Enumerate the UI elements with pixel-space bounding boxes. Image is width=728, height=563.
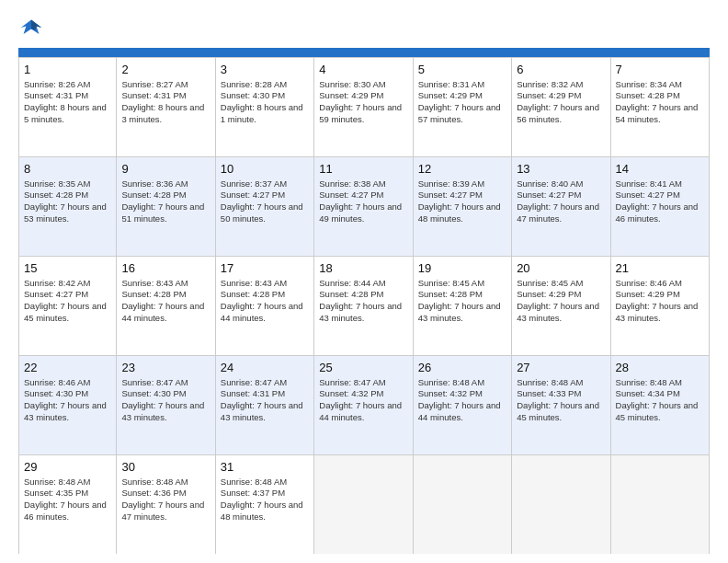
- sunrise-text: Sunrise: 8:44 AM: [319, 278, 385, 288]
- calendar-week-3: 15Sunrise: 8:42 AMSunset: 4:27 PMDayligh…: [18, 257, 710, 356]
- day-number: 5: [418, 62, 506, 78]
- daylight-text: Daylight: 7 hours and 59 minutes.: [319, 102, 402, 124]
- day-cell-23: 23Sunrise: 8:47 AMSunset: 4:30 PMDayligh…: [117, 356, 215, 454]
- sunrise-text: Sunrise: 8:38 AM: [319, 178, 385, 189]
- day-cell-9: 9Sunrise: 8:36 AMSunset: 4:28 PMDaylight…: [117, 157, 215, 256]
- sunrise-text: Sunrise: 8:27 AM: [121, 79, 188, 89]
- sunset-text: Sunset: 4:32 PM: [319, 388, 383, 398]
- sunrise-text: Sunrise: 8:47 AM: [319, 377, 385, 387]
- day-number: 27: [517, 360, 605, 376]
- day-cell-29: 29Sunrise: 8:48 AMSunset: 4:35 PMDayligh…: [18, 455, 117, 554]
- day-cell-30: 30Sunrise: 8:48 AMSunset: 4:36 PMDayligh…: [117, 455, 215, 554]
- sunrise-text: Sunrise: 8:48 AM: [24, 477, 90, 487]
- daylight-text: Daylight: 7 hours and 57 minutes.: [418, 102, 501, 124]
- daylight-text: Daylight: 7 hours and 45 minutes.: [24, 301, 107, 323]
- sunset-text: Sunset: 4:29 PM: [517, 90, 581, 100]
- day-number: 2: [121, 62, 210, 78]
- day-cell-18: 18Sunrise: 8:44 AMSunset: 4:28 PMDayligh…: [314, 257, 413, 355]
- day-cell-6: 6Sunrise: 8:32 AMSunset: 4:29 PMDaylight…: [512, 58, 610, 156]
- sunset-text: Sunset: 4:28 PM: [221, 289, 285, 299]
- daylight-text: Daylight: 7 hours and 45 minutes.: [616, 400, 699, 422]
- sunset-text: Sunset: 4:30 PM: [221, 90, 285, 100]
- sunrise-text: Sunrise: 8:48 AM: [517, 377, 583, 387]
- sunset-text: Sunset: 4:33 PM: [517, 388, 581, 398]
- day-cell-20: 20Sunrise: 8:45 AMSunset: 4:29 PMDayligh…: [512, 257, 610, 355]
- sunrise-text: Sunrise: 8:43 AM: [121, 278, 188, 288]
- daylight-text: Daylight: 7 hours and 46 minutes.: [616, 201, 699, 224]
- sunset-text: Sunset: 4:37 PM: [221, 488, 285, 498]
- day-number: 30: [121, 459, 210, 476]
- sunrise-text: Sunrise: 8:41 AM: [616, 178, 682, 189]
- day-cell-12: 12Sunrise: 8:39 AMSunset: 4:27 PMDayligh…: [414, 157, 512, 256]
- day-number: 25: [319, 360, 407, 376]
- sunrise-text: Sunrise: 8:45 AM: [517, 278, 583, 288]
- day-cell-28: 28Sunrise: 8:48 AMSunset: 4:34 PMDayligh…: [611, 356, 710, 454]
- sunset-text: Sunset: 4:27 PM: [319, 190, 383, 200]
- day-number: 10: [221, 161, 309, 178]
- sunrise-text: Sunrise: 8:48 AM: [121, 477, 188, 487]
- sunrise-text: Sunrise: 8:30 AM: [319, 79, 385, 89]
- day-number: 1: [24, 62, 111, 78]
- calendar-week-1: 1Sunrise: 8:26 AMSunset: 4:31 PMDaylight…: [18, 58, 710, 157]
- header-tuesday: [216, 48, 314, 57]
- day-number: 4: [319, 62, 407, 78]
- day-cell-4: 4Sunrise: 8:30 AMSunset: 4:29 PMDaylight…: [314, 58, 413, 156]
- daylight-text: Daylight: 7 hours and 43 minutes.: [221, 400, 303, 422]
- day-cell-5: 5Sunrise: 8:31 AMSunset: 4:29 PMDaylight…: [414, 58, 512, 156]
- day-cell-10: 10Sunrise: 8:37 AMSunset: 4:27 PMDayligh…: [216, 157, 314, 256]
- sunset-text: Sunset: 4:27 PM: [616, 190, 680, 200]
- calendar-week-5: 29Sunrise: 8:48 AMSunset: 4:35 PMDayligh…: [18, 455, 710, 554]
- daylight-text: Daylight: 7 hours and 43 minutes.: [517, 301, 599, 323]
- day-number: 13: [517, 161, 605, 178]
- day-cell-22: 22Sunrise: 8:46 AMSunset: 4:30 PMDayligh…: [18, 356, 117, 454]
- day-cell-13: 13Sunrise: 8:40 AMSunset: 4:27 PMDayligh…: [512, 157, 610, 256]
- sunset-text: Sunset: 4:35 PM: [24, 488, 88, 498]
- calendar-body: 1Sunrise: 8:26 AMSunset: 4:31 PMDaylight…: [18, 57, 710, 554]
- daylight-text: Daylight: 7 hours and 46 minutes.: [24, 500, 107, 522]
- day-cell-27: 27Sunrise: 8:48 AMSunset: 4:33 PMDayligh…: [512, 356, 610, 454]
- sunset-text: Sunset: 4:28 PM: [616, 90, 680, 100]
- daylight-text: Daylight: 7 hours and 49 minutes.: [319, 201, 402, 224]
- sunrise-text: Sunrise: 8:45 AM: [418, 278, 484, 288]
- day-cell-21: 21Sunrise: 8:46 AMSunset: 4:29 PMDayligh…: [611, 257, 710, 355]
- sunrise-text: Sunrise: 8:36 AM: [121, 178, 188, 189]
- day-number: 16: [121, 260, 210, 277]
- day-number: 19: [418, 260, 506, 277]
- day-cell-15: 15Sunrise: 8:42 AMSunset: 4:27 PMDayligh…: [18, 257, 117, 355]
- day-number: 17: [221, 260, 309, 277]
- day-number: 23: [121, 360, 210, 376]
- day-number: 31: [221, 459, 309, 476]
- day-number: 26: [418, 360, 506, 376]
- sunrise-text: Sunrise: 8:39 AM: [418, 178, 484, 189]
- logo: [18, 15, 48, 40]
- sunset-text: Sunset: 4:27 PM: [221, 190, 285, 200]
- day-number: 24: [221, 360, 309, 376]
- daylight-text: Daylight: 7 hours and 47 minutes.: [517, 201, 599, 224]
- day-cell-7: 7Sunrise: 8:34 AMSunset: 4:28 PMDaylight…: [611, 58, 710, 156]
- calendar-week-2: 8Sunrise: 8:35 AMSunset: 4:28 PMDaylight…: [18, 157, 710, 257]
- daylight-text: Daylight: 7 hours and 43 minutes.: [121, 400, 204, 422]
- daylight-text: Daylight: 7 hours and 44 minutes.: [121, 301, 204, 323]
- sunset-text: Sunset: 4:29 PM: [418, 90, 483, 100]
- page-header: [18, 15, 710, 40]
- sunrise-text: Sunrise: 8:47 AM: [121, 377, 188, 387]
- sunset-text: Sunset: 4:29 PM: [616, 289, 680, 299]
- sunset-text: Sunset: 4:27 PM: [418, 190, 483, 200]
- sunset-text: Sunset: 4:36 PM: [121, 488, 186, 498]
- sunrise-text: Sunrise: 8:26 AM: [24, 79, 90, 89]
- sunset-text: Sunset: 4:28 PM: [24, 190, 88, 200]
- day-number: 14: [616, 161, 704, 178]
- daylight-text: Daylight: 7 hours and 43 minutes.: [616, 301, 699, 323]
- daylight-text: Daylight: 7 hours and 47 minutes.: [121, 500, 204, 522]
- sunset-text: Sunset: 4:29 PM: [517, 289, 581, 299]
- daylight-text: Daylight: 7 hours and 56 minutes.: [517, 102, 599, 124]
- daylight-text: Daylight: 7 hours and 48 minutes.: [418, 201, 501, 224]
- day-cell-24: 24Sunrise: 8:47 AMSunset: 4:31 PMDayligh…: [216, 356, 314, 454]
- day-cell-25: 25Sunrise: 8:47 AMSunset: 4:32 PMDayligh…: [314, 356, 413, 454]
- day-number: 6: [517, 62, 605, 78]
- day-cell-11: 11Sunrise: 8:38 AMSunset: 4:27 PMDayligh…: [314, 157, 413, 256]
- day-cell-31: 31Sunrise: 8:48 AMSunset: 4:37 PMDayligh…: [216, 455, 314, 554]
- day-cell-19: 19Sunrise: 8:45 AMSunset: 4:28 PMDayligh…: [414, 257, 512, 355]
- daylight-text: Daylight: 7 hours and 54 minutes.: [616, 102, 699, 124]
- sunset-text: Sunset: 4:28 PM: [319, 289, 383, 299]
